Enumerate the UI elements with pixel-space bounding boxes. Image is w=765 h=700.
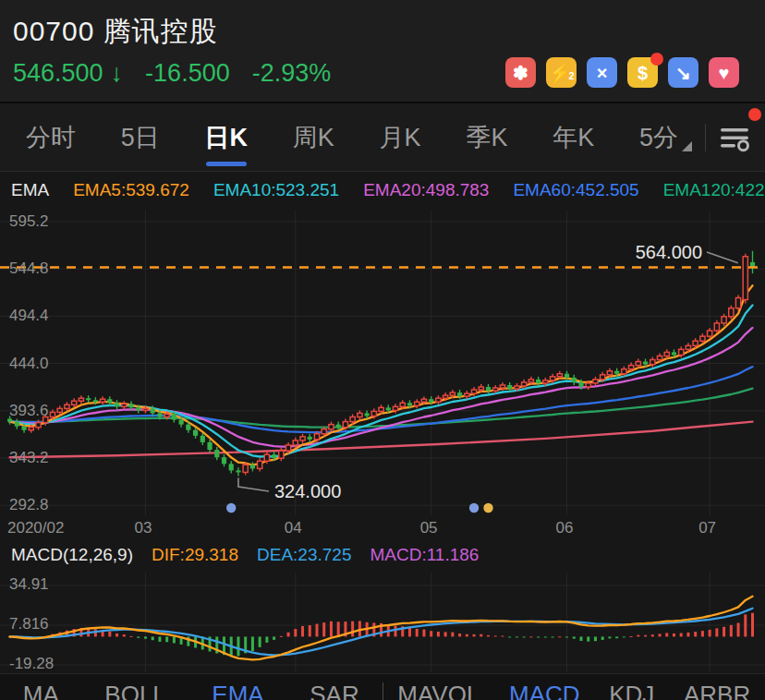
macd-value-0: DIF:29.318: [152, 545, 238, 565]
price-change: -16.500: [145, 59, 230, 88]
svg-text:324.000: 324.000: [274, 481, 341, 501]
overlay-indicator-group: MABOLLEMASAR: [0, 674, 382, 700]
notification-dot: [748, 108, 761, 121]
bottom-tab-ARBR[interactable]: ARBR: [684, 681, 750, 700]
macd-y-label-0: 34.91: [9, 575, 49, 594]
tab-list: 分时5日日K周K月K季K年K5分: [0, 121, 701, 154]
badge-dot: [650, 53, 663, 66]
x-axis-label-5: 07: [698, 519, 716, 537]
x-axis-label-0: 2020/02: [7, 519, 64, 537]
tab-日K[interactable]: 日K: [205, 121, 249, 154]
stock-title: 00700 腾讯控股: [13, 13, 218, 51]
tabbar-divider: [705, 124, 706, 151]
bottom-tab-MA[interactable]: MA: [23, 681, 59, 700]
price-change-pct: -2.93%: [252, 59, 332, 88]
trend-arrow-icon[interactable]: ↘: [668, 57, 698, 88]
tab-分时[interactable]: 分时: [26, 121, 76, 154]
y-axis-label-6: 292.8: [9, 496, 49, 514]
tab-5分[interactable]: 5分: [639, 121, 692, 154]
favorite-heart-icon[interactable]: ♥: [709, 57, 739, 88]
ema-value-1: EMA10:523.251: [213, 180, 339, 200]
macd-y-label-1: 7.816: [9, 615, 49, 634]
period-tabbar: 分时5日日K周K月K季K年K5分: [0, 103, 765, 172]
ema-value-3: EMA60:452.505: [513, 180, 638, 200]
stock-app: 00700 腾讯控股 546.500 ↓ -16.500 -2.93% ✽⚡2×…: [0, 0, 765, 700]
bottom-tab-MAVOL[interactable]: MAVOL: [397, 681, 480, 700]
ema-value-2: EMA20:498.783: [363, 180, 489, 200]
x-axis-label-1: 03: [134, 519, 152, 537]
ema-value-row: EMA EMA5:539.672EMA10:523.251EMA20:498.7…: [11, 180, 765, 200]
settings-lines-icon: [717, 122, 752, 153]
toolbar-icons: ✽⚡2×$↘♥: [505, 57, 739, 88]
tab-年K[interactable]: 年K: [552, 121, 594, 154]
price-row: 546.500 ↓ -16.500 -2.93%: [13, 59, 331, 88]
indicator-settings-button[interactable]: [715, 122, 765, 153]
compare-x-icon[interactable]: ×: [587, 57, 617, 88]
y-axis-label-3: 444.0: [9, 355, 49, 373]
down-arrow-icon: ↓: [111, 59, 124, 88]
macd-value-2: MACD:11.186: [370, 545, 479, 565]
y-axis-label-2: 494.4: [9, 307, 49, 325]
macd-value-1: DEA:23.725: [257, 545, 351, 565]
x-axis-label-2: 04: [285, 519, 302, 537]
bottom-tab-SAR[interactable]: SAR: [310, 681, 358, 700]
sub-indicator-group: MAVOLMACDKDJARBR: [383, 674, 765, 700]
bottom-tab-EMA[interactable]: EMA: [212, 681, 263, 700]
svg-text:564.000: 564.000: [636, 242, 702, 262]
bottom-tab-KDJ[interactable]: KDJ: [609, 681, 654, 700]
y-axis-label-0: 595.2: [9, 212, 49, 231]
y-axis-label-1: 544.8: [9, 259, 49, 278]
hk-flag-icon[interactable]: ✽: [505, 57, 536, 88]
macd-label: MACD(12,26,9): [11, 545, 133, 565]
ema-label: EMA: [11, 180, 49, 200]
active-tab-underline: [206, 162, 247, 166]
tab-月K[interactable]: 月K: [380, 121, 421, 154]
money-dollar-icon[interactable]: $: [627, 57, 658, 88]
dropdown-triangle-icon: [682, 141, 692, 151]
tab-周K[interactable]: 周K: [293, 121, 334, 154]
y-axis-label-4: 393.6: [9, 402, 49, 420]
header: 00700 腾讯控股 546.500 ↓ -16.500 -2.93% ✽⚡2×…: [0, 0, 765, 103]
tab-5日[interactable]: 5日: [121, 121, 160, 154]
ema-value-0: EMA5:539.672: [73, 180, 189, 200]
level2-lightning-icon[interactable]: ⚡2: [546, 57, 577, 88]
x-axis: [0, 517, 765, 539]
bottom-tab-MACD[interactable]: MACD: [509, 681, 580, 700]
tab-季K[interactable]: 季K: [466, 121, 507, 154]
x-axis-label-4: 06: [556, 519, 574, 537]
macd-y-label-2: -19.28: [9, 655, 54, 673]
macd-value-row: MACD(12,26,9) DIF:29.318DEA:23.725MACD:1…: [11, 545, 479, 565]
last-price: 546.500: [13, 59, 103, 88]
ema-value-4: EMA120:422.554: [663, 180, 765, 200]
x-axis-label-3: 05: [420, 519, 438, 537]
indicator-selector-bar: MABOLLEMASAR MAVOLMACDKDJARBR: [0, 673, 765, 700]
candlestick-chart[interactable]: 564.000324.000: [0, 211, 765, 515]
bottom-tab-BOLL[interactable]: BOLL: [104, 681, 166, 700]
macd-chart[interactable]: [0, 573, 765, 672]
y-axis-label-5: 343.2: [9, 449, 49, 467]
